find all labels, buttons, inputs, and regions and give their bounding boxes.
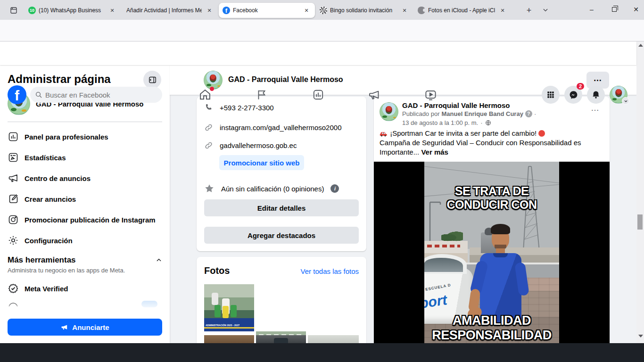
create-ad-icon [8,193,19,205]
browser-tab-strip: 10 (10) WhatsApp Business ✕ Añadir Activ… [0,0,644,20]
profile-menu-button[interactable] [610,86,627,104]
rating-text: Aún sin calificación (0 opiniones) [221,185,324,193]
messenger-icon [569,90,578,100]
published-by-label: Publicado por [402,110,440,117]
see-more-link[interactable]: Ver más [421,148,448,156]
post-text-line2: Campaña de Seguridad Vial – Conducir con… [380,139,581,156]
tab-bingo[interactable]: Bingo solidario invitación ✕ [316,3,413,18]
photo-thumb-5[interactable] [256,335,306,343]
shop-signs [427,245,460,247]
tab-whatsapp[interactable]: 10 (10) WhatsApp Business ✕ [25,3,121,18]
search-input[interactable] [45,91,149,99]
scroll-up-arrow[interactable] [638,44,643,47]
dot-separator: · [480,119,482,126]
more-tools-subtitle: Administra tu negocio en las apps de Met… [8,267,125,274]
sidebar-item-meta-verified[interactable]: Meta Verified [4,278,166,299]
see-all-photos-link[interactable]: Ver todas las fotos [301,267,359,275]
notifications-button[interactable] [587,86,605,104]
sidebar-item-boost-instagram[interactable]: Promocionar publicación de Instagram [4,209,166,230]
rating-row: Aún sin calificación (0 opiniones) i [204,183,339,194]
window-restore-button[interactable] [606,0,622,19]
sidebar-item-label: Configuración [25,237,73,245]
close-icon[interactable]: ✕ [205,6,214,15]
facebook-logo[interactable]: f [8,85,26,104]
tab-dropdown-button[interactable] [542,7,549,13]
post-author-avatar[interactable] [380,102,398,121]
tab-list-button[interactable] [7,4,21,17]
post-more-button[interactable]: … [591,103,600,113]
flag-icon [256,89,268,101]
tab-facebook-active[interactable]: f Facebook ✕ [219,3,315,18]
tab-informes[interactable]: Añadir Actividad | Informes Mens ✕ [122,3,218,18]
instagram-link[interactable]: instagram.com/gad_vallehermoso2000 [220,123,341,132]
jersey-figures [215,305,221,317]
question-badge-icon[interactable]: ? [525,110,532,117]
close-icon[interactable]: ✕ [302,6,311,15]
photo-thumb-6[interactable] [308,335,359,343]
chevron-down-icon [622,97,629,105]
home-icon [198,88,212,101]
messenger-badge: 2 [577,83,584,90]
photo-thumb-4[interactable] [204,335,254,343]
collapse-sidebar-button[interactable] [143,71,161,89]
sidebar-item-create-ads[interactable]: Crear anuncios [4,189,166,209]
meta-verified-icon [8,283,19,294]
window-minimize-button[interactable]: – [584,0,600,19]
star-icon [204,183,215,194]
sidebar-item-panel[interactable]: Panel para profesionales [4,126,166,147]
sidebar-item-ads-center[interactable]: Centro de anuncios [4,168,166,189]
insights-doc-icon [8,152,19,163]
link-row-website: gadvallehermoso.gob.ec [204,141,297,150]
tab-list-icon [9,6,18,15]
video-player-icon [424,89,437,101]
nav-video[interactable] [414,87,447,103]
post-byline: Publicado por Manuel Enrique Band Curay … [402,110,536,117]
tab-icloud[interactable]: Fotos en iCloud - Apple iClou ✕ [414,3,511,18]
window-close-button[interactable]: ✕ [628,0,644,19]
chevron-down-icon [542,7,549,13]
cyclist-figure [212,293,218,305]
thumb-caption: ADMINISTRACIÓN 2023 - 2027 [206,324,239,327]
scroll-down-arrow[interactable] [638,335,643,337]
about-card: +593 2-277-3300 instagram.com/gad_valleh… [197,97,366,251]
post-date[interactable]: 13 de agosto a la 1:00 p. m. [402,119,478,126]
add-highlights-button[interactable]: Agregar destacados [204,227,359,244]
car-emoji [380,131,388,137]
facebook-favicon: f [223,7,230,14]
apps-menu-button[interactable] [542,86,560,104]
scrollbar-thumb[interactable] [637,214,643,230]
sidebar-item-insights[interactable]: Estadísticas [4,147,166,168]
phone-row: +593 2-277-3300 [204,103,274,112]
browser-toolbar: ← → ↻ www.facebook.com/profile.php?id=10… [0,20,644,41]
sidebar-item-label: Promocionar publicación de Instagram [25,216,156,224]
gear-icon [8,235,19,246]
more-tools-header[interactable]: Más herramientas [8,255,162,265]
edit-details-button[interactable]: Editar detalles [204,199,359,216]
nav-pages[interactable] [245,87,278,103]
grid-menu-icon [546,90,555,99]
nav-ads[interactable] [357,87,390,103]
nav-insights[interactable] [302,87,335,103]
instagram-icon [8,214,19,225]
photos-card: Fotos Ver todas las fotos ADMINISTRACIÓN… [197,257,366,343]
post-video[interactable]: ESCUELA D port SE TRATA DE CONDUCIR CON [374,162,610,343]
messenger-button[interactable]: 2 [564,86,582,104]
close-icon[interactable]: ✕ [498,6,507,15]
sidebar-item-settings[interactable]: Configuración [4,230,166,251]
publisher-name[interactable]: Manuel Enrique Band Curay [442,110,523,117]
page-scrollbar[interactable] [636,41,644,343]
advertise-button[interactable]: Anunciarte [8,319,162,336]
close-icon[interactable]: ✕ [400,6,409,15]
ellipsis-icon: … [591,103,600,113]
nav-home[interactable] [189,87,222,103]
promote-website-button[interactable]: Promocionar sitio web [219,155,304,170]
post-text: ¡Sportman Car te invita a ser parte del … [380,129,605,157]
new-tab-button[interactable]: + [522,4,536,17]
info-icon[interactable]: i [330,184,339,193]
facebook-search[interactable] [30,87,162,103]
tab-title: Facebook [233,7,299,14]
close-icon[interactable]: ✕ [107,6,117,15]
photo-thumb-1[interactable]: ADMINISTRACIÓN 2023 - 2027 [204,284,254,331]
website-link[interactable]: gadvallehermoso.gob.ec [220,141,297,149]
professional-dashboard-icon [8,131,19,142]
